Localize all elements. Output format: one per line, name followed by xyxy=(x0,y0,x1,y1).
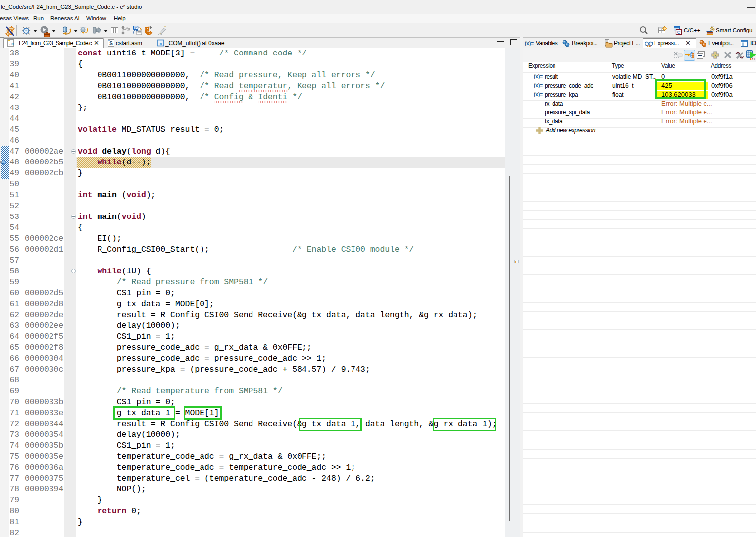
svg-text:S: S xyxy=(109,41,113,46)
svg-text:x=: x= xyxy=(647,44,651,47)
svg-text:C: C xyxy=(677,30,681,35)
svg-text:.c: .c xyxy=(9,42,14,47)
svg-text:c: c xyxy=(159,41,162,46)
svg-text:RT: RT xyxy=(750,57,756,61)
